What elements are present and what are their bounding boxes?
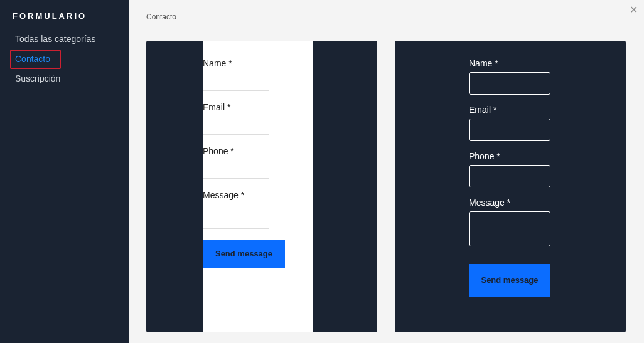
- message-label: Message *: [469, 198, 626, 208]
- main-panel: ✕ Contacto Name * Email * Phone *: [129, 0, 644, 343]
- sidebar-item-all-categories[interactable]: Todas las categorías: [0, 29, 129, 50]
- sidebar-item-contacto[interactable]: Contacto: [10, 50, 61, 70]
- send-message-button[interactable]: Send message: [203, 240, 285, 268]
- phone-label: Phone *: [203, 146, 313, 156]
- phone-input[interactable]: [203, 160, 269, 179]
- close-icon: ✕: [630, 4, 638, 15]
- field-message: Message *: [469, 198, 626, 246]
- message-input[interactable]: [203, 204, 269, 229]
- template-cards: Name * Email * Phone * Message * Send me…: [129, 28, 644, 343]
- field-email: Email *: [203, 102, 313, 135]
- field-email: Email *: [469, 105, 626, 141]
- name-label: Name *: [469, 58, 626, 68]
- email-label: Email *: [469, 105, 626, 115]
- contact-form-light: Name * Email * Phone * Message * Send me…: [203, 41, 313, 332]
- template-card-dark-form[interactable]: Name * Email * Phone * Message * Send me…: [395, 41, 626, 332]
- template-card-light-form[interactable]: Name * Email * Phone * Message * Send me…: [146, 41, 377, 332]
- phone-label: Phone *: [469, 151, 626, 161]
- email-input[interactable]: [469, 119, 550, 141]
- message-label: Message *: [203, 190, 313, 200]
- sidebar: FORMULARIO Todas las categorías Contacto…: [0, 0, 129, 343]
- name-input[interactable]: [203, 72, 269, 91]
- name-label: Name *: [203, 58, 313, 68]
- field-name: Name *: [203, 58, 313, 91]
- email-label: Email *: [203, 102, 313, 112]
- field-name: Name *: [469, 58, 626, 95]
- field-message: Message *: [203, 190, 313, 229]
- sidebar-title: FORMULARIO: [0, 11, 129, 29]
- field-phone: Phone *: [469, 151, 626, 187]
- send-message-button[interactable]: Send message: [469, 264, 550, 297]
- sidebar-item-suscripcion[interactable]: Suscripción: [0, 69, 129, 89]
- name-input[interactable]: [469, 72, 550, 95]
- phone-input[interactable]: [469, 165, 550, 187]
- contact-form-dark: Name * Email * Phone * Message * Send me…: [395, 41, 626, 297]
- breadcrumb: Contacto: [129, 0, 644, 28]
- email-input[interactable]: [203, 116, 269, 135]
- message-input[interactable]: [469, 211, 550, 246]
- field-phone: Phone *: [203, 146, 313, 179]
- close-button[interactable]: ✕: [630, 4, 638, 16]
